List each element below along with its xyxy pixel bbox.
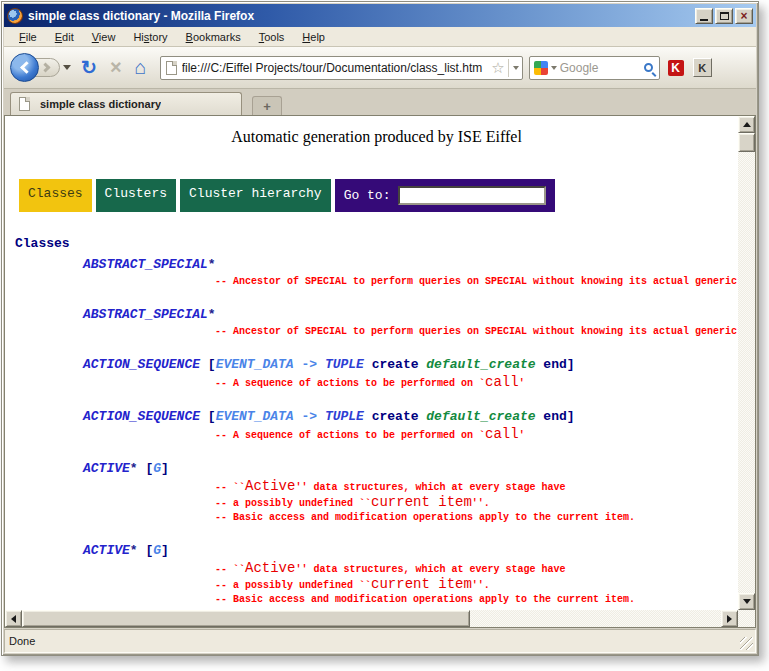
vertical-scroll-track[interactable] — [738, 152, 755, 593]
class-link[interactable]: ABSTRACT_SPECIAL* — [83, 256, 738, 273]
class-link[interactable]: ABSTRACT_SPECIAL* — [83, 306, 738, 323]
back-arrow-icon — [20, 61, 33, 74]
vertical-scroll-thumb[interactable] — [738, 133, 755, 152]
goto-label: Go to: — [344, 188, 391, 203]
page-title: Automatic generation produced by ISE Eif… — [15, 128, 738, 146]
forward-arrow-icon — [40, 63, 50, 73]
scroll-up-button[interactable] — [738, 116, 755, 133]
search-input[interactable] — [560, 61, 644, 75]
cluster-hierarchy-button[interactable]: Cluster hierarchy — [180, 179, 331, 212]
browser-window: simple class dictionary - Mozilla Firefo… — [1, 1, 759, 656]
menu-history[interactable]: History — [124, 29, 176, 45]
scroll-right-button[interactable] — [721, 610, 738, 627]
window-title: simple class dictionary - Mozilla Firefo… — [28, 9, 693, 23]
comment-line: -- Ancestor of SPECIAL to perform querie… — [215, 275, 738, 289]
class-link[interactable]: ACTION_SEQUENCE [EVENT_DATA -> TUPLE cre… — [83, 408, 738, 425]
goto-input[interactable] — [398, 186, 546, 205]
comment-term: Active — [245, 478, 295, 494]
search-engine-dropdown-icon[interactable] — [551, 66, 557, 70]
refresh-button[interactable]: ↻ — [81, 56, 97, 79]
vertical-scrollbar[interactable] — [738, 116, 755, 610]
arrow-right-icon — [727, 615, 732, 623]
tab-bar: simple class dictionary + — [4, 89, 756, 115]
menu-edit[interactable]: Edit — [46, 29, 83, 45]
history-dropdown-icon[interactable] — [63, 65, 71, 70]
url-input[interactable] — [182, 61, 489, 75]
class-entry: ABSTRACT_SPECIAL* -- Ancestor of SPECIAL… — [83, 256, 738, 289]
clusters-button[interactable]: Clusters — [96, 179, 176, 212]
search-icon[interactable] — [644, 63, 653, 72]
goto-section: Go to: — [335, 179, 556, 212]
stop-button[interactable]: × — [110, 56, 122, 79]
horizontal-scroll-track[interactable] — [470, 610, 721, 627]
page-favicon — [166, 61, 177, 75]
classes-button[interactable]: Classes — [19, 179, 92, 212]
url-dropdown-button[interactable] — [508, 59, 519, 77]
scrollbar-corner — [738, 610, 755, 627]
scroll-down-button[interactable] — [738, 593, 755, 610]
comment-line: -- Basic access and modification operati… — [215, 593, 738, 607]
tab-simple-class-dictionary[interactable]: simple class dictionary — [10, 92, 242, 115]
page-content: Automatic generation produced by ISE Eif… — [5, 116, 738, 610]
close-icon: × — [740, 10, 747, 22]
navigation-toolbar: ↻ × ⌂ ☆ K K — [4, 47, 756, 89]
close-button[interactable]: × — [735, 8, 753, 24]
menu-tools[interactable]: Tools — [250, 29, 294, 45]
section-title-classes: Classes — [15, 236, 738, 251]
page-nav-buttons: Classes Clusters Cluster hierarchy Go to… — [19, 179, 738, 212]
horizontal-scrollbar[interactable] — [5, 610, 738, 627]
minimize-button[interactable] — [695, 8, 713, 24]
class-entry: ACTIVE* [G] -- ``Active'' data structure… — [83, 460, 738, 525]
class-link[interactable]: ACTIVE* [G] — [83, 542, 738, 559]
comment-line: -- Basic access and modification operati… — [215, 511, 738, 525]
menu-view[interactable]: View — [83, 29, 125, 45]
comment-term: call — [485, 426, 519, 442]
class-link[interactable]: ACTION_SEQUENCE [EVENT_DATA -> TUPLE cre… — [83, 356, 738, 373]
horizontal-scroll-thumb[interactable] — [22, 610, 470, 627]
class-link[interactable]: ACTIVE* [G] — [83, 460, 738, 477]
home-button[interactable]: ⌂ — [135, 56, 147, 79]
new-tab-button[interactable]: + — [252, 96, 282, 115]
class-entry: ACTION_SEQUENCE [EVENT_DATA -> TUPLE cre… — [83, 408, 738, 443]
scroll-left-button[interactable] — [5, 610, 22, 627]
comment-line: -- A sequence of actions to be performed… — [215, 375, 738, 391]
status-bar: Done — [4, 629, 756, 653]
page-viewport: Automatic generation produced by ISE Eif… — [4, 115, 756, 628]
menu-bookmarks[interactable]: Bookmarks — [177, 29, 250, 45]
maximize-button[interactable] — [715, 8, 733, 24]
google-icon — [534, 61, 548, 75]
arrow-down-icon — [743, 599, 751, 604]
maximize-icon — [720, 12, 729, 20]
back-button[interactable] — [10, 53, 39, 82]
comment-line: -- ``Active'' data structures, which at … — [215, 479, 738, 495]
class-entry: ABSTRACT_SPECIAL* -- Ancestor of SPECIAL… — [83, 306, 738, 339]
k-extension-button[interactable]: K — [693, 58, 712, 77]
address-bar[interactable]: ☆ — [160, 56, 523, 80]
comment-line: -- a possibly undefined ``current item''… — [215, 577, 738, 593]
tab-label: simple class dictionary — [40, 98, 161, 110]
comment-line: -- Ancestor of SPECIAL to perform querie… — [215, 325, 738, 339]
class-entry: ACTION_SEQUENCE [EVENT_DATA -> TUPLE cre… — [83, 356, 738, 391]
resize-grip[interactable] — [740, 637, 753, 650]
kaspersky-icon[interactable]: K — [668, 60, 684, 76]
minimize-icon — [700, 19, 708, 21]
menu-bar: File Edit View History Bookmarks Tools H… — [4, 27, 756, 47]
comment-term: current item — [371, 576, 472, 592]
bookmark-star-icon[interactable]: ☆ — [491, 59, 504, 77]
menu-file[interactable]: File — [10, 29, 46, 45]
comment-term: current item — [371, 494, 472, 510]
comment-line: -- A sequence of actions to be performed… — [215, 427, 738, 443]
comment-term: call — [485, 374, 519, 390]
menu-help[interactable]: Help — [293, 29, 334, 45]
title-bar: simple class dictionary - Mozilla Firefo… — [4, 4, 756, 27]
arrow-left-icon — [11, 615, 16, 623]
comment-line: -- ``Active'' data structures, which at … — [215, 561, 738, 577]
firefox-icon — [7, 8, 23, 24]
tab-favicon — [19, 97, 30, 111]
arrow-up-icon — [743, 122, 751, 127]
class-entry: ACTIVE* [G] -- ``Active'' data structure… — [83, 542, 738, 607]
comment-term: Active — [245, 560, 295, 576]
chevron-down-icon — [513, 66, 519, 70]
status-text: Done — [9, 635, 35, 647]
search-box[interactable] — [529, 56, 660, 80]
